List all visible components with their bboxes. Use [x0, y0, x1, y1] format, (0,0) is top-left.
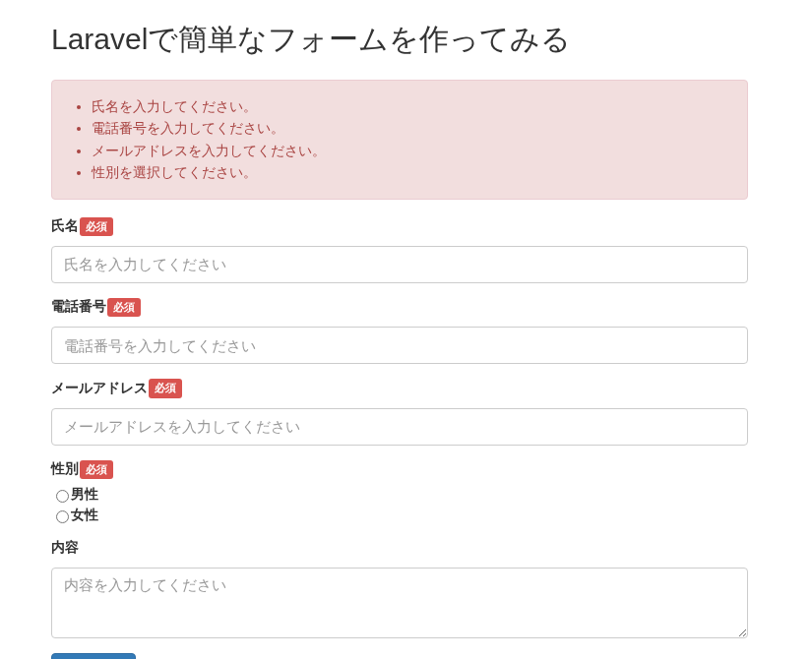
phone-label: 電話番号 [51, 298, 106, 316]
page-title: Laravelで簡単なフォームを作ってみる [51, 20, 758, 60]
required-badge: 必須 [149, 379, 182, 397]
email-group: メールアドレス必須 [51, 379, 748, 445]
name-label: 氏名 [51, 217, 79, 235]
phone-group: 電話番号必須 [51, 298, 748, 364]
gender-option-female[interactable]: 女性 [51, 507, 748, 524]
required-badge: 必須 [80, 217, 113, 236]
submit-button[interactable]: 登録する [51, 653, 136, 659]
gender-option-male[interactable]: 男性 [51, 486, 748, 504]
error-alert: 氏名を入力してください。 電話番号を入力してください。 メールアドレスを入力して… [51, 80, 748, 200]
email-input[interactable] [51, 408, 748, 446]
error-item: メールアドレスを入力してください。 [92, 140, 732, 161]
gender-radio-male[interactable] [56, 490, 69, 503]
error-item: 氏名を入力してください。 [92, 95, 732, 117]
email-label: メールアドレス [51, 380, 148, 397]
gender-label: 性別 [51, 460, 79, 478]
phone-input[interactable] [51, 327, 748, 364]
gender-group: 性別必須 男性 女性 [51, 460, 748, 524]
gender-option-label: 男性 [71, 486, 98, 502]
content-group: 内容 [51, 539, 748, 638]
error-item: 電話番号を入力してください。 [92, 117, 732, 139]
name-input[interactable] [51, 246, 748, 283]
gender-option-label: 女性 [71, 507, 98, 522]
content-textarea[interactable] [51, 568, 748, 638]
error-item: 性別を選択してください。 [92, 161, 732, 183]
required-badge: 必須 [107, 298, 141, 317]
gender-radio-female[interactable] [56, 510, 69, 523]
required-badge: 必須 [80, 460, 113, 479]
name-group: 氏名必須 [51, 217, 748, 283]
content-label: 内容 [51, 539, 79, 557]
